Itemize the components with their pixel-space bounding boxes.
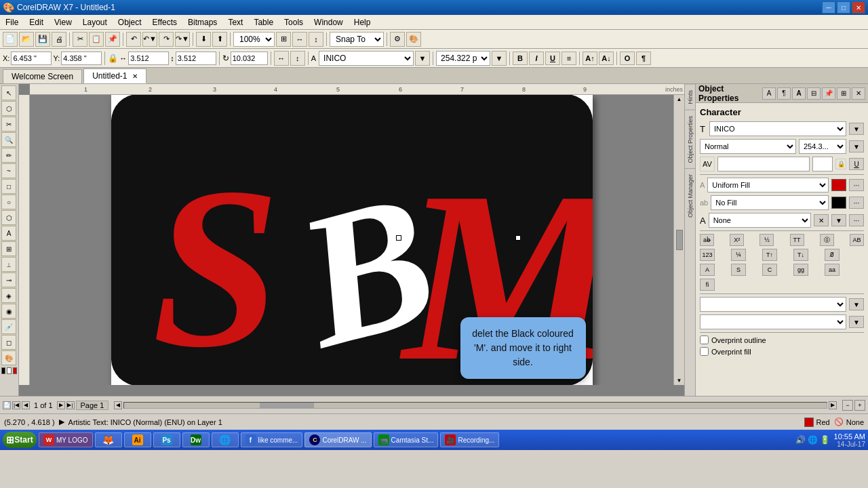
zoom-in-small[interactable]: + <box>854 400 865 411</box>
italic-button[interactable]: I <box>529 52 544 65</box>
snap-dropdown[interactable]: Snap To <box>330 32 384 47</box>
font-size-selector[interactable]: 254.322 pt <box>436 51 490 66</box>
menu-table[interactable]: Table <box>248 16 279 28</box>
text-down-button[interactable]: A↓ <box>599 52 614 65</box>
bottom-selector-2-btn[interactable]: ▼ <box>849 316 864 328</box>
text-tool[interactable]: A <box>1 226 16 241</box>
overprint-outline-checkbox[interactable] <box>700 336 709 344</box>
kerning-spinbox[interactable] <box>812 157 833 171</box>
handle-top-left[interactable] <box>396 235 401 241</box>
menu-window[interactable]: Window <box>309 16 349 28</box>
underline-button[interactable]: U <box>545 52 560 65</box>
zoom-out-small[interactable]: − <box>842 400 853 411</box>
taskbar-chrome[interactable]: 🌐 <box>212 432 239 447</box>
fill-color-swatch[interactable] <box>831 179 846 191</box>
taskbar-photoshop[interactable]: Ps <box>153 432 180 447</box>
panel-para-icon[interactable]: ¶ <box>777 87 791 100</box>
font-size-list-button[interactable]: ▼ <box>492 51 507 66</box>
y-input[interactable] <box>61 52 102 65</box>
h-input[interactable] <box>176 52 216 65</box>
text-s-toggle[interactable]: S <box>731 264 746 276</box>
redo-button[interactable]: ↷ <box>159 32 174 47</box>
rectangle-tool[interactable]: □ <box>1 179 16 194</box>
print-button[interactable]: 🖨 <box>52 32 66 47</box>
taskbar-camtasia[interactable]: 📹 Camtasia St... <box>374 432 439 447</box>
export-button[interactable]: ⬆ <box>212 32 227 47</box>
close-button[interactable]: ✕ <box>852 1 865 14</box>
foreground-swatch[interactable] <box>1 367 5 374</box>
color-swatch-red[interactable] <box>13 367 17 374</box>
all-caps-toggle[interactable]: AB <box>850 234 864 246</box>
menu-object[interactable]: Object <box>113 16 147 28</box>
outline-type-selector[interactable]: No Fill <box>711 195 829 210</box>
ligature-toggle[interactable]: fi <box>700 279 715 291</box>
outline-tool[interactable]: ◻ <box>1 335 16 350</box>
titlebar-controls[interactable]: ─ □ ✕ <box>822 1 865 14</box>
paste-button[interactable]: 📌 <box>105 32 120 47</box>
minimize-button[interactable]: ─ <box>822 1 835 14</box>
text-up-button[interactable]: A↑ <box>583 52 597 65</box>
options-button[interactable]: ⚙ <box>390 32 405 47</box>
text-aa-toggle[interactable]: aa <box>825 264 840 276</box>
zoom-page-button[interactable]: ⊞ <box>276 32 291 47</box>
text-a-toggle[interactable]: A <box>700 264 715 276</box>
hints-tab[interactable]: Hints <box>685 84 695 110</box>
menu-edit[interactable]: Edit <box>24 16 49 28</box>
eye-dropper-tool[interactable]: 💉 <box>1 319 16 334</box>
zoom-dropdown[interactable]: 100% 50% 200% <box>233 32 275 47</box>
page-nav-prev[interactable]: ◀ <box>22 401 30 409</box>
handle-top-mid[interactable] <box>515 235 521 241</box>
taskbar-recording[interactable]: 🎥 Recording... <box>440 432 499 447</box>
panel-frame-icon[interactable]: ⊟ <box>807 87 821 100</box>
effect-type-selector[interactable]: None <box>709 213 811 228</box>
fill-type-selector[interactable]: Uniform Fill <box>707 178 829 192</box>
effect-remove[interactable]: ✕ <box>814 214 829 226</box>
hscroll-track[interactable] <box>123 402 827 409</box>
tab-close-icon[interactable]: ✕ <box>132 73 138 80</box>
text-g-toggle[interactable]: gg <box>793 264 808 276</box>
copy-button[interactable]: 📋 <box>89 32 104 47</box>
menu-file[interactable]: File <box>0 16 24 28</box>
menu-text[interactable]: Text <box>222 16 248 28</box>
ellipse-tool[interactable]: ○ <box>1 195 16 209</box>
bottom-selector-1[interactable] <box>700 297 846 312</box>
bottom-selector-2[interactable] <box>700 314 846 329</box>
crop-tool[interactable]: ✂ <box>1 117 16 131</box>
object-properties-tab[interactable]: Object Properties <box>685 110 695 169</box>
panel-size-browse[interactable]: ▼ <box>849 140 864 152</box>
new-button[interactable]: 📄 <box>3 32 18 47</box>
text-c-toggle[interactable]: C <box>762 264 777 276</box>
maximize-button[interactable]: □ <box>837 1 850 14</box>
fill-tool[interactable]: ◈ <box>1 288 16 303</box>
parallel-tool[interactable]: ⟂ <box>1 257 16 272</box>
panel-char-icon[interactable]: A <box>792 87 806 100</box>
menu-view[interactable]: View <box>49 16 77 28</box>
panel-font-selector[interactable]: INICO <box>709 121 846 136</box>
outline-color-swatch[interactable] <box>831 197 846 209</box>
taskbar-facebook[interactable]: f like comme... <box>241 432 303 447</box>
panel-size-selector[interactable]: 254.3... <box>799 139 846 154</box>
mirror-h-button[interactable]: ↔ <box>274 51 289 66</box>
font-list-button[interactable]: ▼ <box>415 51 430 66</box>
tab-untitled1[interactable]: Untitled-1 ✕ <box>83 68 146 83</box>
canvas-scroll[interactable]: S B M <box>30 95 673 385</box>
page-nav-first[interactable]: |◀ <box>12 401 20 409</box>
background-swatch[interactable] <box>7 367 11 374</box>
play-button[interactable]: ▶ <box>59 418 64 426</box>
taskbar-firefox[interactable]: 🦊 <box>95 432 122 447</box>
panel-style-selector[interactable]: Normal <box>700 139 796 154</box>
font-selector[interactable]: INICO <box>319 51 414 66</box>
panel-close-icon[interactable]: ✕ <box>852 87 865 100</box>
cut-button[interactable]: ✂ <box>73 32 87 47</box>
effect-down[interactable]: ▼ <box>831 214 846 226</box>
object-manager-tab[interactable]: Object Manager <box>685 168 695 223</box>
artistic-media-tool[interactable]: ~ <box>1 163 16 178</box>
menu-help[interactable]: Help <box>349 16 376 28</box>
num-toggle[interactable]: 123 <box>700 249 715 261</box>
zoom-tool[interactable]: 🔍 <box>1 132 16 147</box>
taskbar-illustrator[interactable]: Ai <box>124 432 151 447</box>
w-input[interactable] <box>128 52 169 65</box>
bold-button[interactable]: B <box>513 52 528 65</box>
outline-color-options[interactable]: ··· <box>849 197 864 209</box>
taskbar-dreamweaver[interactable]: Dw <box>182 432 210 447</box>
